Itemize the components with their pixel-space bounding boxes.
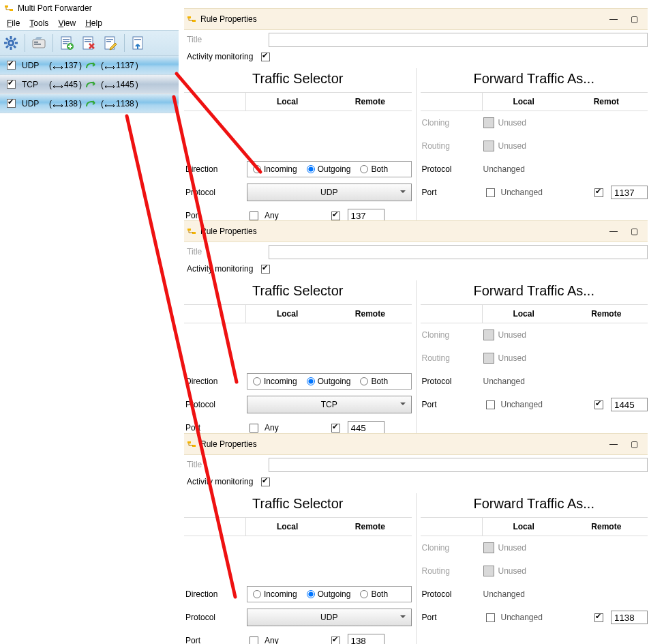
maximize-button[interactable]: ▢ [630,15,638,23]
port-input[interactable] [348,421,384,435]
toolbar-separator [52,34,53,52]
port-checkbox[interactable] [331,636,340,645]
import-button[interactable] [129,33,148,53]
add-rule-button[interactable] [57,33,76,53]
radio-outgoing[interactable]: Outgoing [307,377,351,386]
radio-incoming[interactable]: Incoming [253,377,297,386]
any-checkbox[interactable] [250,211,258,220]
direction-label: Direction [184,164,247,174]
unused-value: Unused [483,566,526,576]
rule-src: ( 445) [49,80,82,89]
radio-both[interactable]: Both [360,377,388,386]
rule-row[interactable]: UDP ( 138) ( 1138) [0,94,179,113]
titlebar: Multi Port Forwarder [0,0,179,16]
unchanged-checkbox[interactable] [486,400,495,409]
direction-label: Direction [184,377,247,386]
svg-rect-18 [63,43,67,44]
any-label: Any [265,636,279,644]
protocol-select[interactable]: UDP [247,184,412,201]
any-checkbox[interactable] [250,636,258,645]
traffic-selector-panel: Traffic Selector LocalRemote Direction I… [184,68,412,227]
title-input[interactable] [269,245,648,259]
svg-rect-16 [63,39,70,40]
rule-properties-window: Rule Properties — ▢ Title Activity monit… [184,8,648,227]
fwd-port-input[interactable] [611,186,648,199]
fwd-port-input[interactable] [611,398,648,411]
protocol-select[interactable]: TCP [247,396,412,413]
rule-properties-window: Rule Properties —▢ Title Activity monito… [184,220,648,439]
rule-protocol: UDP [22,99,45,108]
rule-row[interactable]: UDP ( 137) ( 1137) [0,56,179,75]
edit-rule-button[interactable] [101,33,120,53]
unchanged-checkbox[interactable] [486,613,495,622]
port-label: Port [184,636,247,644]
rule-protocol: TCP [22,80,45,89]
col-remote: Remot [565,97,648,106]
port-checkbox[interactable] [331,211,340,220]
activity-checkbox[interactable] [261,265,270,274]
rule-enable-checkbox[interactable] [7,61,16,70]
minimize-button[interactable]: — [609,227,618,235]
delete-rule-button[interactable] [79,33,98,53]
radio-outgoing[interactable]: Outgoing [307,589,351,599]
menu-file[interactable]: File [3,18,24,29]
port-label: Port [421,613,483,622]
svg-line-8 [14,46,16,48]
traffic-selector-panel: Traffic Selector LocalRemote Direction I… [184,493,412,644]
svg-rect-32 [187,16,191,18]
port-input[interactable] [348,634,384,644]
forward-traffic-panel: Forward Traffic As... LocalRemote Clonin… [416,493,648,644]
protocol-select[interactable]: UDP [247,609,412,626]
window-titlebar: Rule Properties —▢ [184,433,648,455]
activity-checkbox[interactable] [261,53,270,61]
port-label: Port [421,400,483,409]
maximize-button[interactable]: ▢ [630,227,638,235]
fta-heading: Forward Traffic As... [421,283,648,299]
menu-help[interactable]: Help [81,18,106,29]
log-button[interactable] [29,33,48,53]
port-checkbox[interactable] [594,400,603,409]
radio-incoming[interactable]: Incoming [253,589,297,599]
fwd-port-input[interactable] [611,611,648,624]
rule-src: ( 138) [49,99,82,108]
any-checkbox[interactable] [250,424,258,433]
radio-both[interactable]: Both [360,589,388,599]
rule-enable-checkbox[interactable] [7,80,16,89]
minimize-button[interactable]: — [609,440,618,448]
radio-outgoing[interactable]: Outgoing [307,164,351,174]
minimize-button[interactable]: — [609,15,618,23]
unused-value: Unused [483,330,526,340]
port-checkbox[interactable] [594,613,603,622]
col-local: Local [483,309,565,319]
ts-heading: Traffic Selector [184,71,412,87]
unchanged-checkbox[interactable] [486,188,495,197]
title-label: Title [187,247,269,257]
title-input[interactable] [269,458,648,472]
menu-tools[interactable]: Tools [25,18,52,29]
ts-heading: Traffic Selector [184,496,412,512]
routing-label: Routing [421,353,483,363]
settings-button[interactable] [1,33,20,53]
direction-label: Direction [184,589,247,599]
protocol-label: Protocol [184,188,247,197]
port-label: Port [184,423,247,433]
port-checkbox[interactable] [594,188,603,197]
svg-rect-21 [68,46,72,47]
protocol-label: Protocol [421,377,483,386]
protocol-label: Protocol [184,400,247,409]
rule-row[interactable]: TCP ( 445) ( 1445) [0,75,179,94]
activity-checkbox[interactable] [261,478,270,486]
radio-both[interactable]: Both [360,164,388,174]
port-checkbox[interactable] [331,424,340,433]
rule-enable-checkbox[interactable] [7,99,16,108]
toolbar-separator [124,34,125,52]
title-input[interactable] [269,33,648,47]
port-label: Port [421,188,483,197]
port-label: Port [184,211,247,220]
maximize-button[interactable]: ▢ [630,440,638,448]
menu-view[interactable]: View [54,18,80,29]
radio-incoming[interactable]: Incoming [253,164,297,174]
protocol-label: Protocol [184,613,247,622]
forward-arrow-icon [86,61,97,70]
app-icon [187,226,196,236]
